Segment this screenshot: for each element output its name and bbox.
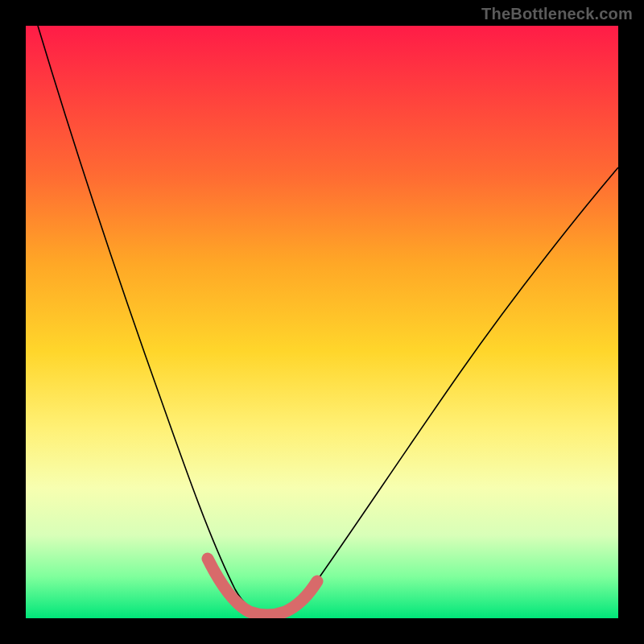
chart-svg	[26, 26, 618, 618]
plot-area	[26, 26, 618, 618]
watermark-text: TheBottleneck.com	[481, 5, 633, 23]
chart-frame: TheBottleneck.com	[0, 0, 644, 644]
bottleneck-curve	[38, 26, 618, 614]
